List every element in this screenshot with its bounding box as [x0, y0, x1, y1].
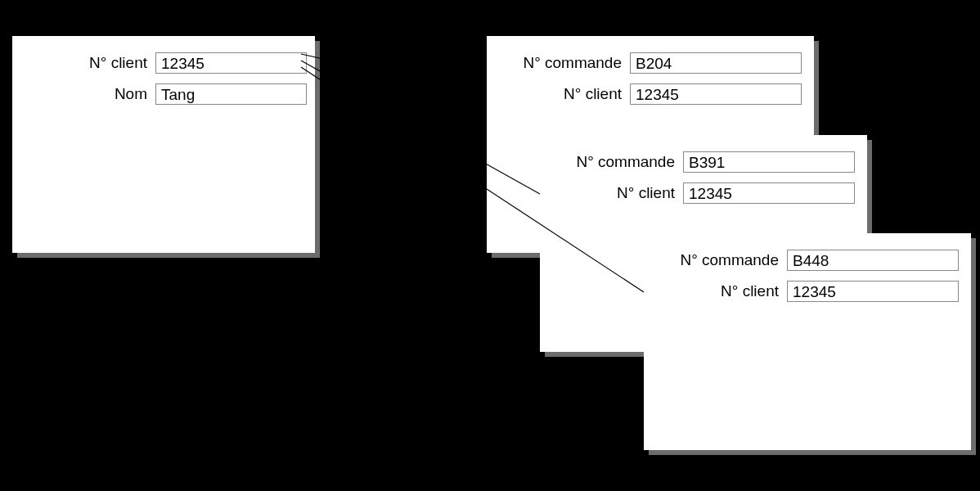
- order-id-label: N° commande: [644, 251, 787, 269]
- order-id-label: N° commande: [487, 54, 630, 72]
- order-id-field[interactable]: B391: [683, 151, 855, 173]
- client-id-label: N° client: [12, 54, 155, 72]
- order-client-id-field[interactable]: 12345: [630, 83, 802, 105]
- client-card: N° client 12345 Nom Tang: [12, 36, 315, 253]
- order-id-label: N° commande: [540, 153, 683, 171]
- svg-line-0: [301, 54, 487, 95]
- client-id-field[interactable]: 12345: [155, 52, 307, 74]
- client-name-field[interactable]: Tang: [155, 83, 307, 105]
- order-client-id-field[interactable]: 12345: [787, 281, 959, 302]
- order-id-field[interactable]: B204: [630, 52, 802, 74]
- order-client-id-label: N° client: [487, 85, 630, 103]
- client-name-label: Nom: [12, 85, 155, 103]
- order-client-id-label: N° client: [644, 282, 787, 300]
- order-client-id-label: N° client: [540, 184, 683, 202]
- order-id-field[interactable]: B448: [787, 250, 959, 271]
- order-card: N° commande B448 N° client 12345: [644, 233, 971, 450]
- order-client-id-field[interactable]: 12345: [683, 182, 855, 204]
